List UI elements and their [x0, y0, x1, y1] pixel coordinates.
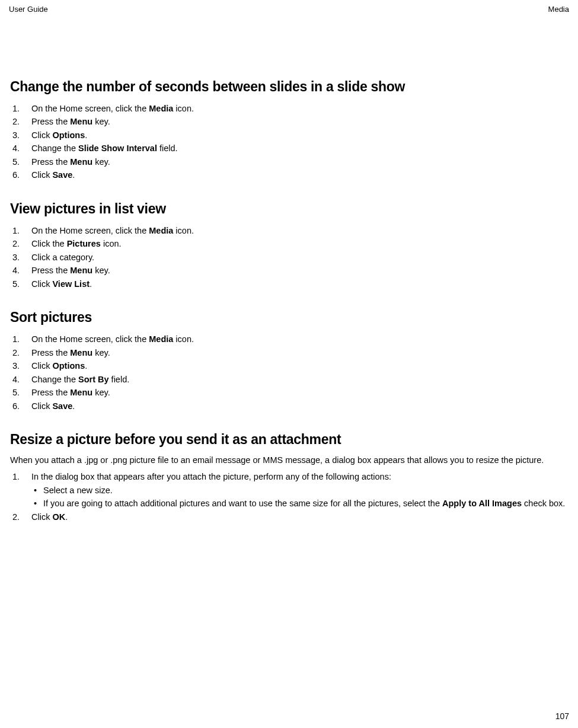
section-title: Sort pictures [10, 309, 568, 325]
bold-text: Menu [70, 157, 92, 167]
step-item: Press the Menu key. [10, 346, 568, 359]
step-item: On the Home screen, click the Media icon… [10, 224, 568, 237]
bold-text: Menu [70, 348, 92, 357]
bold-text: Save [52, 170, 72, 180]
sub-item: Select a new size. [31, 484, 568, 497]
sub-list: Select a new size.If you are going to at… [31, 484, 568, 510]
step-item: Press the Menu key. [10, 386, 568, 399]
step-item: Click Save. [10, 168, 568, 181]
bold-text: Save [52, 401, 72, 411]
bold-text: Options [52, 361, 85, 371]
header-left: User Guide [9, 5, 48, 14]
step-item: Change the Slide Show Interval field. [10, 142, 568, 155]
section-title: Resize a picture before you send it as a… [10, 432, 568, 448]
step-list: On the Home screen, click the Media icon… [10, 224, 568, 290]
step-item: On the Home screen, click the Media icon… [10, 102, 568, 115]
bold-text: Slide Show Interval [78, 143, 157, 153]
step-item: Press the Menu key. [10, 264, 568, 277]
bold-text: Apply to All Images [442, 499, 522, 508]
step-item: Click View List. [10, 277, 568, 290]
step-list: On the Home screen, click the Media icon… [10, 102, 568, 182]
bold-text: OK [52, 512, 65, 522]
step-item: Change the Sort By field. [10, 373, 568, 386]
bold-text: Sort By [78, 375, 109, 384]
step-item: Press the Menu key. [10, 155, 568, 168]
section-intro: When you attach a .jpg or .png picture f… [10, 455, 568, 467]
bold-text: Menu [70, 388, 92, 397]
step-item: Press the Menu key. [10, 115, 568, 128]
step-item: On the Home screen, click the Media icon… [10, 333, 568, 346]
section-title: View pictures in list view [10, 201, 568, 217]
bold-text: View List [52, 279, 90, 289]
step-item: In the dialog box that appears after you… [10, 470, 568, 510]
section-title: Change the number of seconds between sli… [10, 79, 568, 95]
bold-text: Pictures [67, 239, 101, 248]
bold-text: Menu [70, 266, 92, 275]
bold-text: Media [149, 104, 173, 113]
page-number: 107 [555, 711, 569, 721]
step-item: Click Save. [10, 400, 568, 413]
step-item: Click Options. [10, 359, 568, 372]
bold-text: Media [149, 334, 173, 344]
sub-item: If you are going to attach additional pi… [31, 497, 568, 510]
step-item: Click Options. [10, 129, 568, 142]
header-right: Media [548, 5, 569, 14]
step-item: Click OK. [10, 510, 568, 523]
bold-text: Media [149, 226, 173, 235]
page-content: Change the number of seconds between sli… [9, 79, 569, 523]
step-list: In the dialog box that appears after you… [10, 470, 568, 523]
bold-text: Options [52, 130, 85, 140]
step-item: Click a category. [10, 251, 568, 264]
step-list: On the Home screen, click the Media icon… [10, 333, 568, 413]
bold-text: Menu [70, 117, 92, 126]
step-item: Click the Pictures icon. [10, 237, 568, 250]
page-header: User Guide Media [9, 5, 569, 14]
